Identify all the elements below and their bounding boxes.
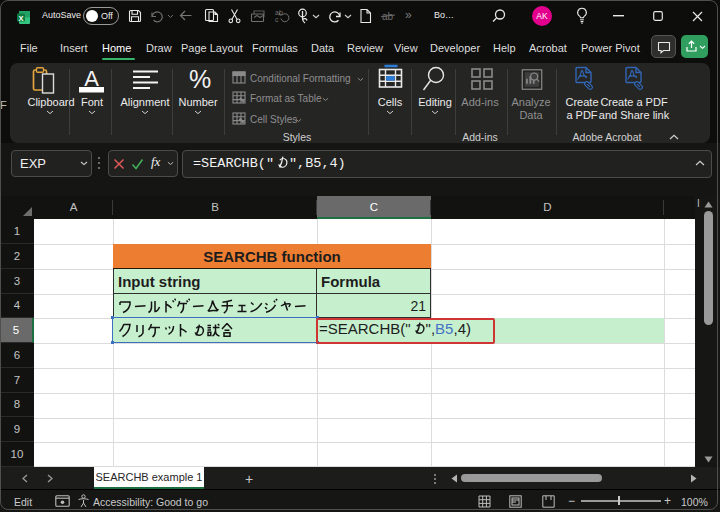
svg-text:c: c [275, 16, 279, 23]
svg-text:%: % [189, 66, 211, 93]
svg-text:X: X [18, 14, 23, 23]
